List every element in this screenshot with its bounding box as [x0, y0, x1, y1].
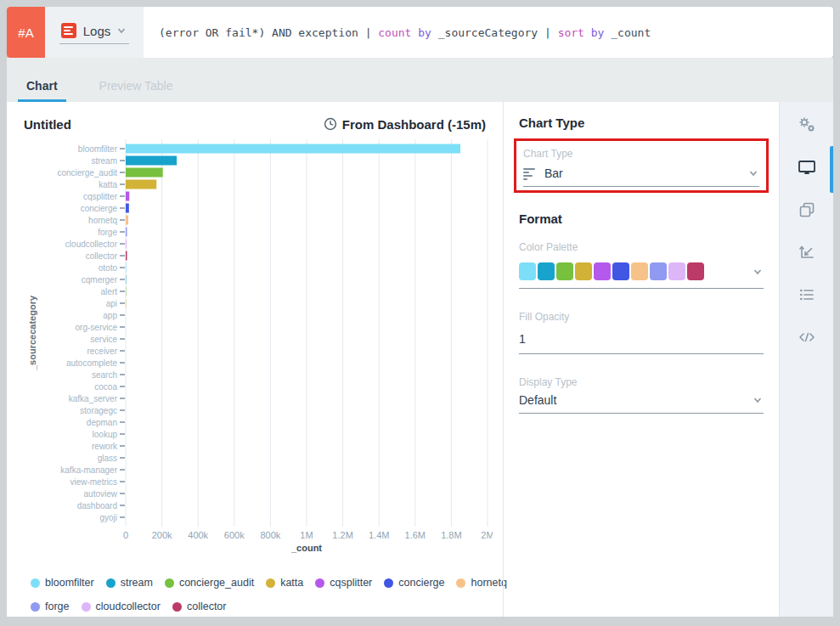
svg-text:1M: 1M [300, 530, 313, 540]
palette-swatches [519, 262, 753, 280]
legend-item[interactable]: forge [31, 601, 70, 612]
legend-label: concierge [398, 577, 444, 589]
svg-text:search: search [92, 370, 117, 380]
chart-type-field-label: Chart Type [523, 148, 759, 160]
duplicate-icon[interactable] [780, 189, 833, 231]
svg-text:400k: 400k [188, 530, 208, 540]
palette-swatch [631, 262, 648, 280]
svg-text:api: api [106, 299, 117, 308]
svg-text:cocoa: cocoa [94, 382, 117, 392]
palette-swatch [575, 262, 592, 280]
svg-text:depman: depman [87, 418, 117, 427]
svg-text:hornetq: hornetq [88, 216, 117, 225]
svg-text:_sourcecategory: _sourcecategory [27, 295, 37, 371]
svg-text:kafka-manager: kafka-manager [60, 465, 117, 475]
legend-item[interactable]: cloudcollector [82, 601, 161, 612]
svg-text:cloudcollector: cloudcollector [65, 240, 118, 249]
legend-item[interactable]: cqsplitter [315, 577, 372, 589]
legend-label: katta [280, 577, 303, 589]
palette-swatch [538, 262, 555, 280]
legend-color-dot [456, 578, 465, 588]
palette-swatch [594, 262, 611, 280]
tab-preview-table[interactable]: Preview Table [91, 74, 182, 102]
svg-text:autoview: autoview [84, 489, 118, 499]
svg-text:storagegc: storagegc [80, 406, 117, 415]
legend-item[interactable]: concierge_audit [165, 577, 254, 589]
tab-bar: Chart Preview Table [7, 58, 833, 102]
palette-swatch [650, 262, 667, 280]
time-range-label: From Dashboard (-15m) [342, 117, 486, 132]
legend-item[interactable]: collector [172, 601, 227, 612]
svg-text:kafka_server: kafka_server [69, 394, 118, 403]
list-icon[interactable] [780, 274, 833, 316]
legend-item[interactable]: stream [106, 577, 153, 589]
bar-chart: 0200k400k600k800k1M1.2M1.4M1.6M1.8M2Mblo… [24, 138, 493, 562]
legend-label: hornetq [471, 577, 506, 589]
svg-text:_count: _count [290, 543, 322, 553]
svg-text:collector: collector [86, 251, 118, 261]
svg-text:org-service: org-service [76, 323, 118, 332]
query-bar: #A Logs (error OR fail*) AND exception |… [7, 7, 833, 58]
legend-label: stream [121, 577, 153, 589]
legend-label: cqsplitter [330, 577, 372, 589]
chart-type-value: Bar [544, 166, 741, 180]
source-type-label: Logs [83, 24, 111, 38]
svg-text:2M: 2M [481, 530, 493, 540]
legend-label: forge [45, 601, 70, 612]
svg-text:view-metrics: view-metrics [70, 477, 117, 487]
legend-item[interactable]: katta [266, 577, 303, 589]
chevron-down-icon [117, 26, 126, 35]
svg-text:dashboard: dashboard [77, 501, 117, 510]
display-type-dropdown[interactable]: Default [519, 388, 764, 414]
svg-text:autocomplete: autocomplete [66, 358, 117, 368]
legend-color-dot [106, 578, 116, 588]
chart-legend: bloomfilterstreamconcierge_auditkattacqs… [31, 571, 486, 618]
svg-text:receiver: receiver [87, 347, 117, 356]
time-range-control[interactable]: From Dashboard (-15m) [324, 117, 486, 132]
toolbar [779, 102, 833, 617]
color-palette-dropdown[interactable] [519, 257, 764, 289]
settings-panel: Chart Type Chart Type Bar Format Color P… [503, 102, 779, 617]
row-badge[interactable]: #A [7, 7, 45, 58]
svg-text:service: service [90, 335, 117, 344]
editor-body: Untitled From Dashboard (-15m) 0200k400k… [7, 102, 833, 617]
source-type-dropdown[interactable]: Logs [45, 7, 144, 58]
palette-swatch [668, 262, 685, 280]
legend-color-dot [31, 578, 40, 588]
legend-item[interactable]: hornetq [456, 577, 506, 589]
query-input[interactable]: (error OR fail*) AND exception | count b… [144, 7, 833, 58]
legend-label: cloudcollector [96, 601, 161, 612]
svg-text:gyoji: gyoji [99, 513, 117, 522]
svg-text:cqmerger: cqmerger [82, 275, 118, 285]
legend-color-dot [315, 578, 324, 588]
legend-color-dot [31, 602, 40, 612]
palette-swatch [556, 262, 573, 280]
chevron-down-icon [753, 396, 762, 404]
svg-text:0: 0 [123, 530, 128, 540]
chart-axes-icon[interactable] [780, 231, 833, 274]
logs-icon [61, 23, 76, 38]
legend-color-dot [172, 602, 182, 612]
fill-opacity-label: Fill Opacity [519, 311, 764, 323]
display-type-value: Default [519, 393, 745, 407]
settings-gears-icon[interactable] [780, 104, 833, 146]
legend-item[interactable]: concierge [384, 577, 444, 589]
legend-item[interactable]: bloomfilter [31, 577, 94, 589]
legend-color-dot [266, 578, 275, 588]
chart-type-dropdown[interactable]: Bar [523, 160, 759, 187]
color-palette-label: Color Palette [519, 241, 764, 253]
display-type-label: Display Type [519, 376, 764, 388]
svg-text:concierge_audit: concierge_audit [57, 168, 117, 178]
display-icon[interactable] [780, 146, 833, 189]
chart-panel: Untitled From Dashboard (-15m) 0200k400k… [7, 102, 503, 617]
fill-opacity-input[interactable]: 1 [519, 326, 764, 354]
svg-text:lookup: lookup [93, 430, 118, 439]
palette-swatch [687, 262, 704, 280]
palette-swatch [519, 262, 536, 280]
svg-text:concierge: concierge [81, 204, 118, 213]
svg-text:1.8M: 1.8M [441, 530, 461, 540]
svg-text:glass: glass [98, 454, 117, 463]
tab-chart[interactable]: Chart [18, 74, 66, 102]
legend-color-dot [384, 578, 393, 588]
code-icon[interactable] [780, 316, 833, 358]
